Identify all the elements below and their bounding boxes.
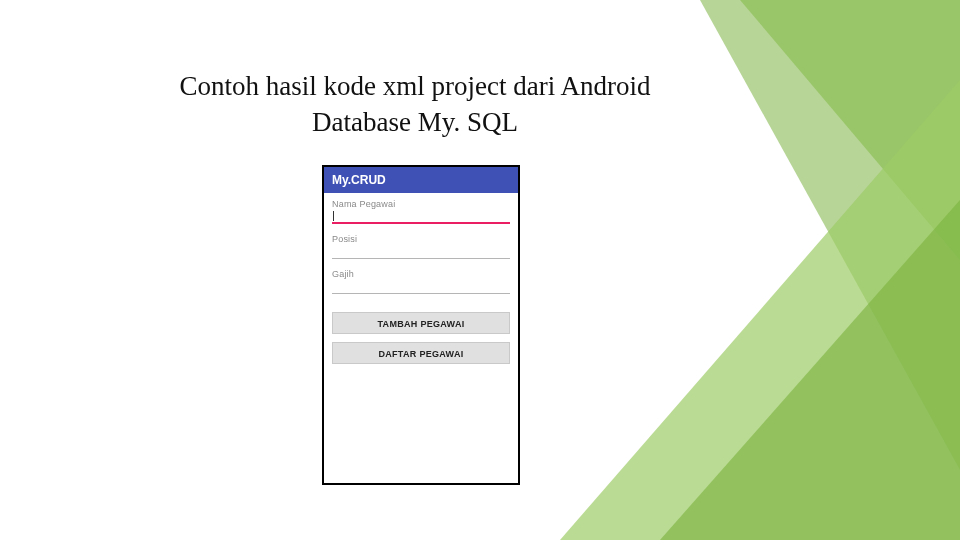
slide-title: Contoh hasil kode xml project dari Andro… [150,68,680,141]
svg-marker-2 [560,80,960,540]
field-nama-pegawai: Nama Pegawai [332,199,510,224]
phone-mockup: My.CRUD Nama Pegawai Posisi Gajih TAMBAH… [322,165,520,485]
field-gajih: Gajih [332,269,510,294]
app-toolbar-title: My.CRUD [332,173,386,187]
app-toolbar: My.CRUD [324,167,518,193]
daftar-pegawai-button[interactable]: DAFTAR PEGAWAI [332,342,510,364]
svg-marker-3 [660,200,960,540]
svg-marker-0 [740,0,960,260]
nama-pegawai-input[interactable] [332,210,510,224]
svg-marker-1 [700,0,960,470]
posisi-input[interactable] [332,245,510,259]
field-label: Nama Pegawai [332,199,510,209]
text-cursor-icon [333,211,334,221]
field-posisi: Posisi [332,234,510,259]
tambah-pegawai-button[interactable]: TAMBAH PEGAWAI [332,312,510,334]
field-label: Gajih [332,269,510,279]
button-row: TAMBAH PEGAWAI DAFTAR PEGAWAI [332,312,510,364]
field-label: Posisi [332,234,510,244]
app-form: Nama Pegawai Posisi Gajih TAMBAH PEGAWAI… [324,193,518,380]
gajih-input[interactable] [332,280,510,294]
